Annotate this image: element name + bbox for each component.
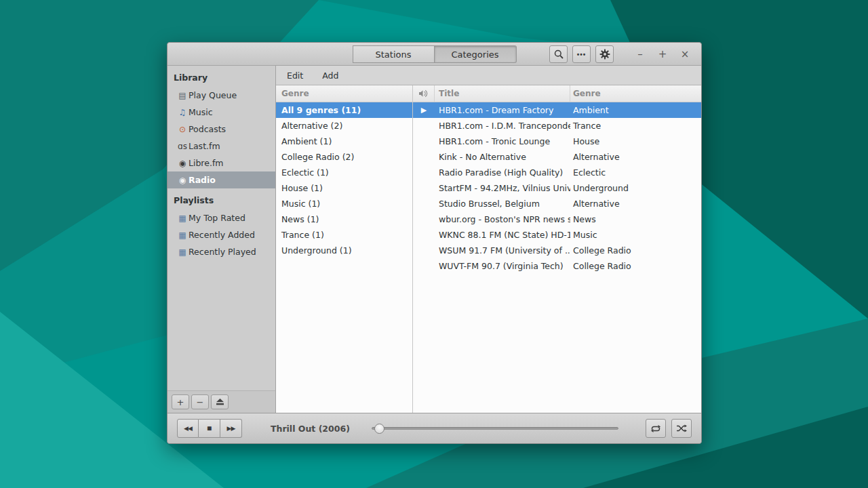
categories-toggle[interactable]: Categories — [435, 45, 517, 63]
eject-icon — [216, 399, 224, 405]
genre-row[interactable]: Underground (1) — [276, 243, 412, 258]
stations-header: Title Genre — [413, 85, 701, 102]
genre-label: Underground (1) — [281, 245, 352, 256]
genre-row[interactable]: Eclectic (1) — [276, 165, 412, 180]
sidebar-item-label: Recently Played — [189, 247, 256, 257]
station-genre: Underground — [570, 183, 701, 193]
station-genre: Eclectic — [570, 167, 701, 178]
genre-row[interactable]: House (1) — [276, 180, 412, 196]
station-title: StartFM - 94.2MHz, Vilnius Univ... — [435, 183, 570, 193]
sidebar-item-play-queue[interactable]: ▤ Play Queue — [167, 87, 275, 104]
sidebar-item-podcasts[interactable]: ⊙ Podcasts — [167, 121, 275, 138]
playlist-icon: ▦ — [176, 214, 189, 222]
genre-row[interactable]: Alternative (2) — [276, 118, 412, 134]
sidebar-item-my-top-rated[interactable]: ▦ My Top Rated — [167, 209, 275, 226]
genre-row[interactable]: All 9 genres (11) — [276, 102, 412, 118]
shuffle-icon — [676, 424, 687, 432]
station-row[interactable]: ▶ Kink - No Alternative Alternative — [413, 149, 701, 165]
station-row[interactable]: ▶ HBR1.com - I.D.M. Tranceponder Trance — [413, 118, 701, 134]
minimize-button[interactable]: – — [632, 48, 648, 60]
station-title: WUVT-FM 90.7 (Virginia Tech) — [435, 261, 570, 271]
menu-add[interactable]: Add — [322, 70, 338, 81]
settings-button[interactable] — [595, 45, 614, 63]
station-row[interactable]: ▶ Radio Paradise (High Quality) Eclectic — [413, 165, 701, 180]
genre-list: All 9 genres (11) Alternative (2) Ambien… — [276, 102, 412, 258]
sidebar-item-recently-added[interactable]: ▦ Recently Added — [167, 226, 275, 243]
genre-column-header-stations[interactable]: Genre — [570, 85, 701, 102]
genre-row[interactable]: Trance (1) — [276, 227, 412, 243]
player-mode-buttons — [646, 419, 692, 438]
library-list: ▤ Play Queue ♫ Music ⊙ Podcasts ɑs Last.… — [167, 87, 275, 188]
minus-icon: − — [197, 397, 204, 407]
repeat-button[interactable] — [646, 419, 666, 438]
search-button[interactable] — [549, 45, 568, 63]
genre-row[interactable]: Ambient (1) — [276, 134, 412, 149]
station-title: WKNC 88.1 FM (NC State) HD-1 — [435, 230, 570, 240]
stations-list: ▶ HBR1.com - Dream Factory Ambient ▶ HBR… — [413, 102, 701, 274]
next-icon: ▶▶ — [227, 426, 235, 432]
genre-label: Eclectic (1) — [281, 167, 329, 178]
station-genre: News — [570, 214, 701, 224]
sidebar-item-lastfm[interactable]: ɑs Last.fm — [167, 138, 275, 155]
stop-icon: ■ — [207, 424, 212, 432]
menu-edit[interactable]: Edit — [287, 70, 303, 81]
station-row[interactable]: ▶ HBR1.com - Dream Factory Ambient — [413, 102, 701, 118]
add-source-button[interactable]: + — [172, 394, 189, 409]
genre-row[interactable]: Music (1) — [276, 196, 412, 211]
genre-label: Trance (1) — [281, 230, 324, 240]
seek-slider[interactable] — [372, 423, 618, 434]
genre-row[interactable]: College Radio (2) — [276, 149, 412, 165]
sidebar-item-radio[interactable]: ◉ Radio — [167, 171, 275, 188]
playlist-icon: ▦ — [176, 231, 189, 239]
playing-column-header[interactable] — [413, 85, 435, 102]
more-options-button[interactable]: ••• — [572, 45, 591, 63]
remove-source-button[interactable]: − — [191, 394, 209, 409]
sidebar-item-label: Play Queue — [189, 90, 237, 100]
sidebar-item-label: My Top Rated — [189, 213, 245, 223]
sidebar-item-music[interactable]: ♫ Music — [167, 104, 275, 121]
maximize-button[interactable]: + — [654, 48, 671, 60]
app-window: StationsCategories ••• — [167, 42, 702, 444]
genre-label: Ambient (1) — [281, 136, 332, 146]
genre-column-header[interactable]: Genre — [276, 85, 412, 102]
station-title: HBR1.com - Tronic Lounge — [435, 136, 570, 146]
previous-button[interactable]: ◀◀ — [177, 419, 199, 438]
station-genre: Alternative — [570, 199, 701, 209]
station-row[interactable]: ▶ WUVT-FM 90.7 (Virginia Tech) College R… — [413, 258, 701, 274]
station-row[interactable]: ▶ wbur.org - Boston's NPR news s... News — [413, 211, 701, 227]
station-row[interactable]: ▶ StartFM - 94.2MHz, Vilnius Univ... Und… — [413, 180, 701, 196]
close-button[interactable]: × — [677, 48, 693, 60]
genre-column-header-label: Genre — [281, 89, 309, 98]
station-row[interactable]: ▶ HBR1.com - Tronic Lounge House — [413, 134, 701, 149]
genre-label: Alternative (2) — [281, 121, 342, 131]
repeat-icon — [650, 424, 661, 433]
sidebar-item-librefm[interactable]: ◉ Libre.fm — [167, 155, 275, 171]
station-title: Studio Brussel, Belgium — [435, 199, 570, 209]
title-column-header[interactable]: Title — [435, 85, 570, 102]
sidebar-item-recently-played[interactable]: ▦ Recently Played — [167, 243, 275, 260]
station-genre: College Radio — [570, 245, 701, 256]
titlebar[interactable]: StationsCategories ••• — [167, 43, 701, 66]
window-controls: – + × — [626, 48, 693, 60]
stations-toggle[interactable]: Stations — [353, 45, 435, 63]
sidebar-item-label: Podcasts — [189, 124, 226, 134]
next-button[interactable]: ▶▶ — [220, 419, 242, 438]
shuffle-button[interactable] — [671, 419, 692, 438]
desktop: StationsCategories ••• — [0, 0, 868, 488]
genre-label: College Radio (2) — [281, 152, 354, 162]
eject-button[interactable] — [211, 394, 229, 409]
station-row[interactable]: ▶ Studio Brussel, Belgium Alternative — [413, 196, 701, 211]
transport-controls: ◀◀ ■ ▶▶ — [177, 419, 242, 438]
playlist-icon: ▦ — [176, 248, 189, 256]
sidebar: Library ▤ Play Queue ♫ Music ⊙ Podcasts — [167, 66, 276, 413]
station-row[interactable]: ▶ WSUM 91.7 FM (University of ... Colleg… — [413, 243, 701, 258]
playlists-section-header: Playlists — [167, 188, 275, 209]
station-row[interactable]: ▶ WKNC 88.1 FM (NC State) HD-1 Music — [413, 227, 701, 243]
seek-slider-knob[interactable] — [374, 424, 384, 434]
previous-icon: ◀◀ — [184, 426, 192, 432]
genre-label: News (1) — [281, 214, 319, 224]
menubar: EditAdd — [276, 66, 701, 85]
genre-label: Music (1) — [281, 199, 320, 209]
genre-row[interactable]: News (1) — [276, 211, 412, 227]
stop-button[interactable]: ■ — [199, 419, 220, 438]
